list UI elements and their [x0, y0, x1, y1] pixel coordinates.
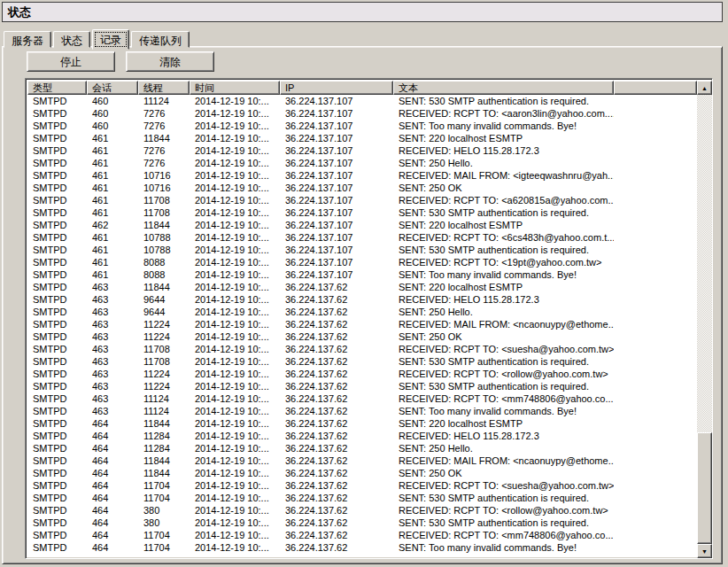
cell-thread: 8088: [138, 256, 190, 268]
cell-text: SENT: Too many invalid commands. Bye!: [393, 120, 614, 132]
cell-time: 2014-12-19 10:...: [190, 330, 280, 343]
column-header-ip[interactable]: IP: [280, 81, 393, 95]
tab-strip: 服务器 状态 记录 传递队列: [4, 27, 191, 48]
cell-text: SENT: 530 SMTP authentication is require…: [393, 492, 614, 504]
cell-session: 461: [87, 268, 138, 281]
table-row[interactable]: SMTPD463117082014-12-19 10:...36.224.137…: [27, 343, 697, 355]
table-row[interactable]: SMTPD46172762014-12-19 10:...36.224.137.…: [27, 157, 697, 169]
tab-server[interactable]: 服务器: [4, 31, 51, 48]
cell-ip: 36.224.137.107: [280, 182, 393, 194]
table-row[interactable]: SMTPD464112842014-12-19 10:...36.224.137…: [27, 430, 697, 442]
cell-session: 463: [87, 343, 138, 355]
cell-session: 460: [87, 120, 138, 132]
table-row[interactable]: SMTPD464117042014-12-19 10:...36.224.137…: [27, 529, 697, 541]
table-row[interactable]: SMTPD461107882014-12-19 10:...36.224.137…: [27, 244, 697, 256]
table-row[interactable]: SMTPD4643802014-12-19 10:...36.224.137.6…: [27, 504, 697, 517]
table-row[interactable]: SMTPD46180882014-12-19 10:...36.224.137.…: [27, 256, 697, 268]
cell-thread: 11844: [138, 219, 190, 231]
table-row[interactable]: SMTPD46396442014-12-19 10:...36.224.137.…: [27, 306, 697, 318]
column-header-thread[interactable]: 线程: [138, 81, 190, 95]
table-row[interactable]: SMTPD463118442014-12-19 10:...36.224.137…: [27, 281, 697, 293]
cell-time: 2014-12-19 10:...: [190, 95, 280, 107]
scrollbar-thumb[interactable]: [697, 432, 712, 544]
cell-thread: 380: [138, 517, 190, 529]
cell-text: SENT: 250 Hello.: [393, 306, 614, 318]
cell-type: SMTPD: [27, 157, 87, 169]
cell-time: 2014-12-19 10:...: [190, 343, 280, 355]
cell-time: 2014-12-19 10:...: [190, 541, 280, 554]
cell-session: 464: [87, 430, 138, 442]
tab-log[interactable]: 记录: [92, 29, 129, 50]
clear-button[interactable]: 清除: [126, 51, 214, 72]
table-row[interactable]: SMTPD464118442014-12-19 10:...36.224.137…: [27, 417, 697, 430]
table-row[interactable]: SMTPD463111242014-12-19 10:...36.224.137…: [27, 392, 697, 405]
stop-button[interactable]: 停止: [27, 51, 115, 72]
cell-thread: 11284: [138, 430, 190, 442]
table-row[interactable]: SMTPD461107162014-12-19 10:...36.224.137…: [27, 182, 697, 194]
table-row[interactable]: SMTPD46072762014-12-19 10:...36.224.137.…: [27, 107, 697, 120]
cell-text: SENT: 530 SMTP authentication is require…: [393, 206, 614, 219]
cell-session: 461: [87, 244, 138, 256]
cell-type: SMTPD: [27, 517, 87, 529]
table-row[interactable]: SMTPD461107162014-12-19 10:...36.224.137…: [27, 169, 697, 182]
table-row[interactable]: SMTPD463112242014-12-19 10:...36.224.137…: [27, 330, 697, 343]
table-row[interactable]: SMTPD463112242014-12-19 10:...36.224.137…: [27, 380, 697, 392]
table-row[interactable]: SMTPD464117042014-12-19 10:...36.224.137…: [27, 492, 697, 504]
cell-ip: 36.224.137.62: [280, 330, 393, 343]
table-row[interactable]: SMTPD462118442014-12-19 10:...36.224.137…: [27, 219, 697, 231]
cell-ip: 36.224.137.107: [280, 144, 393, 157]
cell-text: RECEIVED: RCPT TO: <suesha@yahoo.com.tw>: [393, 343, 614, 355]
cell-session: 464: [87, 517, 138, 529]
table-row[interactable]: SMTPD464112842014-12-19 10:...36.224.137…: [27, 442, 697, 454]
table-row[interactable]: SMTPD461107882014-12-19 10:...36.224.137…: [27, 231, 697, 244]
cell-type: SMTPD: [27, 343, 87, 355]
tab-delivery-queue[interactable]: 传递队列: [131, 31, 190, 48]
cell-ip: 36.224.137.107: [280, 268, 393, 281]
cell-ip: 36.224.137.62: [280, 529, 393, 541]
table-row[interactable]: SMTPD461117082014-12-19 10:...36.224.137…: [27, 206, 697, 219]
table-row[interactable]: SMTPD463112242014-12-19 10:...36.224.137…: [27, 368, 697, 380]
cell-session: 464: [87, 504, 138, 517]
table-row[interactable]: SMTPD461118442014-12-19 10:...36.224.137…: [27, 132, 697, 144]
column-header-text[interactable]: 文本: [393, 81, 614, 95]
table-row[interactable]: SMTPD460111242014-12-19 10:...36.224.137…: [27, 95, 697, 107]
column-header-type[interactable]: 类型: [27, 81, 87, 95]
table-row[interactable]: SMTPD461117082014-12-19 10:...36.224.137…: [27, 194, 697, 206]
table-row[interactable]: SMTPD46172762014-12-19 10:...36.224.137.…: [27, 144, 697, 157]
table-row[interactable]: SMTPD464118442014-12-19 10:...36.224.137…: [27, 454, 697, 467]
cell-thread: 11124: [138, 392, 190, 405]
log-table: 类型 会话 线程 时间 IP 文本 SMTPD460111242014-12-1…: [25, 78, 713, 559]
table-row[interactable]: SMTPD4643802014-12-19 10:...36.224.137.6…: [27, 517, 697, 529]
table-row[interactable]: SMTPD46180882014-12-19 10:...36.224.137.…: [27, 268, 697, 281]
cell-text: SENT: Too many invalid commands. Bye!: [393, 268, 614, 281]
cell-text: RECEIVED: HELO 115.28.172.3: [393, 293, 614, 306]
cell-time: 2014-12-19 10:...: [190, 120, 280, 132]
cell-thread: 7276: [138, 107, 190, 120]
table-row[interactable]: SMTPD463111242014-12-19 10:...36.224.137…: [27, 405, 697, 417]
table-row[interactable]: SMTPD464117042014-12-19 10:...36.224.137…: [27, 541, 697, 554]
table-row[interactable]: SMTPD46396442014-12-19 10:...36.224.137.…: [27, 293, 697, 306]
scroll-up-icon[interactable]: ▲: [697, 81, 712, 95]
cell-thread: 10788: [138, 231, 190, 244]
cell-type: SMTPD: [27, 144, 87, 157]
cell-ip: 36.224.137.62: [280, 405, 393, 417]
cell-type: SMTPD: [27, 368, 87, 380]
cell-session: 464: [87, 541, 138, 554]
cell-text: SENT: 250 OK: [393, 330, 614, 343]
cell-thread: 7276: [138, 120, 190, 132]
table-row[interactable]: SMTPD464117042014-12-19 10:...36.224.137…: [27, 479, 697, 492]
vertical-scrollbar[interactable]: ▲ ▼: [697, 81, 712, 558]
column-header-session[interactable]: 会话: [87, 81, 138, 95]
table-row[interactable]: SMTPD463112242014-12-19 10:...36.224.137…: [27, 318, 697, 330]
cell-type: SMTPD: [27, 268, 87, 281]
scroll-down-icon[interactable]: ▼: [697, 544, 712, 558]
cell-time: 2014-12-19 10:...: [190, 392, 280, 405]
table-row[interactable]: SMTPD46072762014-12-19 10:...36.224.137.…: [27, 120, 697, 132]
cell-ip: 36.224.137.107: [280, 206, 393, 219]
cell-type: SMTPD: [27, 529, 87, 541]
table-row[interactable]: SMTPD464118442014-12-19 10:...36.224.137…: [27, 467, 697, 479]
table-row[interactable]: SMTPD463117082014-12-19 10:...36.224.137…: [27, 355, 697, 368]
tab-status[interactable]: 状态: [53, 31, 90, 48]
column-header-time[interactable]: 时间: [190, 81, 280, 95]
cell-time: 2014-12-19 10:...: [190, 244, 280, 256]
